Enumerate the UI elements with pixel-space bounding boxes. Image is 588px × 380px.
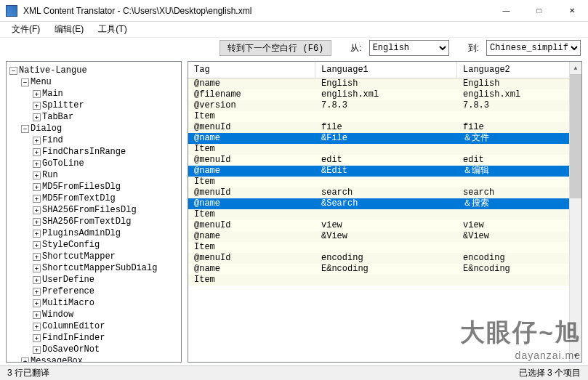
plus-icon[interactable]: + [33, 253, 41, 261]
menubar: 文件(F) 编辑(E) 工具(T) [0, 22, 588, 38]
plus-icon[interactable]: + [33, 148, 41, 156]
plus-icon[interactable]: + [33, 323, 41, 331]
tree-node[interactable]: GoToLine [42, 158, 84, 169]
plus-icon[interactable]: + [33, 195, 41, 203]
list-header: Tag Language1 Language2 [188, 62, 581, 78]
plus-icon[interactable]: + [33, 183, 41, 191]
tree-node[interactable]: TabBar [42, 111, 73, 123]
tree-node[interactable]: PluginsAdminDlg [42, 227, 121, 239]
tree-node[interactable]: Window [42, 309, 73, 320]
plus-icon[interactable]: + [33, 276, 41, 284]
tree-node[interactable]: Find [42, 134, 63, 146]
plus-icon[interactable]: + [33, 90, 41, 98]
plus-icon[interactable]: + [33, 230, 41, 238]
tree-node[interactable]: Preference [42, 286, 94, 297]
tree-node[interactable]: ColumnEditor [42, 320, 105, 332]
tree-node[interactable]: ShortcutMapperSubDialg [42, 262, 157, 274]
table-row[interactable]: Item [188, 209, 581, 220]
maximize-button[interactable]: □ [523, 0, 555, 22]
table-row[interactable]: Item [188, 177, 581, 187]
tree-node[interactable]: MessageBox [31, 355, 83, 363]
tree-node[interactable]: Run [42, 169, 58, 181]
window-title: XML Content Translator - C:\Users\XU\Des… [23, 6, 490, 16]
menu-tools[interactable]: 工具(T) [91, 22, 134, 37]
list-scrollbar[interactable]: ▲ ▼ [569, 62, 581, 362]
tree-node[interactable]: Main [42, 88, 63, 100]
table-row[interactable]: Item [188, 242, 581, 253]
table-row[interactable]: @menuIdviewview [188, 220, 581, 231]
table-row[interactable]: @filenameenglish.xmlenglish.xml [188, 89, 581, 100]
col-tag[interactable]: Tag [188, 62, 315, 78]
tree-node[interactable]: ShortcutMapper [42, 251, 116, 262]
table-row[interactable]: @name&Search＆搜索 [188, 198, 581, 209]
tree-node[interactable]: FindInFinder [42, 332, 105, 344]
client-area: −Native-Langue−Menu+Main+Splitter+TabBar… [0, 58, 588, 365]
table-row[interactable]: @nameEnglishEnglish [188, 78, 581, 89]
tree-node[interactable]: SHA256FromTextDlg [42, 216, 131, 227]
tree-node[interactable]: MultiMacro [42, 297, 94, 309]
status-left: 3 行已翻译 [7, 367, 49, 379]
plus-icon[interactable]: + [33, 137, 41, 145]
tree-node[interactable]: MD5FromTextDlg [42, 193, 116, 204]
tree-node[interactable]: Native-Langue [19, 65, 87, 76]
plus-icon[interactable]: + [33, 299, 41, 307]
menu-file[interactable]: 文件(F) [4, 22, 47, 37]
plus-icon[interactable]: + [33, 334, 41, 342]
table-row[interactable]: @menuIdeditedit [188, 155, 581, 166]
table-row[interactable]: @menuIdencodingencoding [188, 253, 581, 264]
titlebar: XML Content Translator - C:\Users\XU\Des… [0, 0, 588, 22]
minus-icon[interactable]: − [21, 125, 29, 133]
plus-icon[interactable]: + [33, 311, 41, 319]
app-icon [6, 5, 17, 17]
table-row[interactable]: @menuIdsearchsearch [188, 187, 581, 198]
table-row[interactable]: Item [188, 275, 581, 286]
status-right: 已选择 3 个项目 [519, 367, 581, 379]
col-lang2[interactable]: Language2 [457, 62, 581, 78]
plus-icon[interactable]: + [33, 218, 41, 226]
to-label: 到: [468, 42, 479, 54]
scroll-up-icon[interactable]: ▲ [570, 62, 581, 74]
tree-node[interactable]: Menu [31, 76, 52, 88]
minus-icon[interactable]: − [9, 67, 17, 75]
table-row[interactable]: @nameE&ncodingE&ncoding [188, 264, 581, 275]
tree-node[interactable]: MD5FromFilesDlg [42, 181, 121, 193]
menu-edit[interactable]: 编辑(E) [47, 22, 91, 37]
plus-icon[interactable]: + [33, 102, 41, 110]
plus-icon[interactable]: + [33, 241, 41, 249]
tree-node[interactable]: Dialog [31, 123, 62, 134]
tree-node[interactable]: DoSaveOrNot [42, 344, 100, 355]
plus-icon[interactable]: + [33, 171, 41, 179]
scroll-down-icon[interactable]: ▼ [570, 349, 581, 362]
plus-icon[interactable]: + [33, 346, 41, 354]
tree-node[interactable]: FindCharsInRange [42, 146, 126, 158]
statusbar: 3 行已翻译 已选择 3 个项目 [0, 365, 588, 380]
plus-icon[interactable]: + [21, 357, 29, 363]
from-select[interactable]: English [369, 40, 449, 56]
plus-icon[interactable]: + [33, 288, 41, 296]
table-row[interactable]: @version7.8.37.8.3 [188, 100, 581, 111]
table-row[interactable]: @menuIdfilefile [188, 122, 581, 133]
goto-blank-button[interactable]: 转到下一个空白行 (F6) [220, 40, 331, 56]
from-label: 从: [350, 42, 361, 54]
tree-node[interactable]: StyleConfig [42, 239, 100, 251]
toolbar: 转到下一个空白行 (F6) 从: English 到: Chinese_simp… [0, 38, 588, 58]
tree-node[interactable]: SHA256FromFilesDlg [42, 204, 137, 216]
table-row[interactable]: Item [188, 144, 581, 155]
tree-node[interactable]: Splitter [42, 100, 84, 111]
tree-node[interactable]: UserDefine [42, 274, 94, 286]
plus-icon[interactable]: + [33, 160, 41, 168]
table-row[interactable]: @name&Edit＆编辑 [188, 166, 581, 177]
plus-icon[interactable]: + [33, 113, 41, 121]
close-button[interactable]: ✕ [555, 0, 588, 22]
minimize-button[interactable]: — [490, 0, 523, 22]
col-lang1[interactable]: Language1 [315, 62, 457, 78]
table-row[interactable]: @name&View&View [188, 231, 581, 242]
table-row[interactable]: Item [188, 111, 581, 122]
tree-panel[interactable]: −Native-Langue−Menu+Main+Splitter+TabBar… [6, 61, 182, 363]
plus-icon[interactable]: + [33, 206, 41, 214]
table-row[interactable]: @name&File＆文件 [188, 133, 581, 144]
minus-icon[interactable]: − [21, 78, 29, 86]
list-panel[interactable]: Tag Language1 Language2 @nameEnglishEngl… [188, 61, 582, 363]
plus-icon[interactable]: + [33, 264, 41, 272]
to-select[interactable]: Chinese_simplifi [486, 40, 581, 56]
